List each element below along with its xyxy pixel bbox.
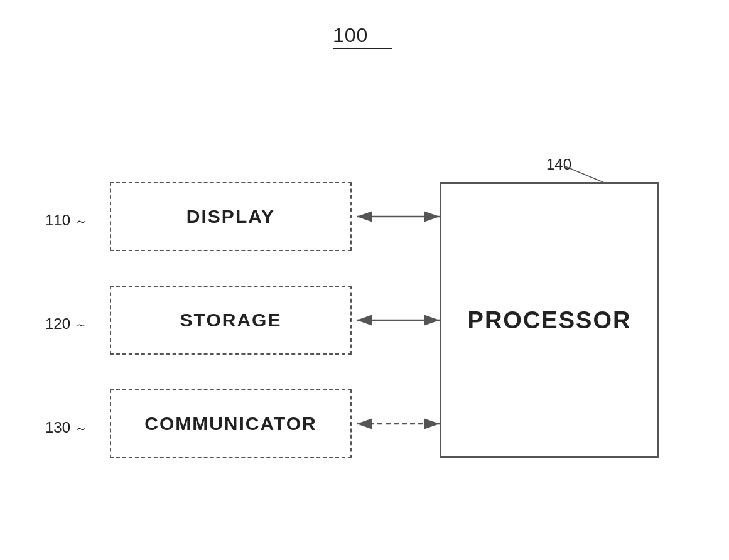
title-underline [333,48,392,49]
storage-box: STORAGE [110,286,352,355]
storage-label: STORAGE [180,310,282,331]
processor-box: PROCESSOR [440,182,659,458]
communicator-label: COMMUNICATOR [144,413,317,434]
ref-display: 110 ～ [45,212,87,230]
display-label: DISPLAY [186,206,275,227]
diagram-container: 100 110 ～ 120 ～ 130 ～ 140 DISPLAY STORAG… [0,0,729,560]
ref-communicator: 130 ～ [45,419,87,437]
diagram-title: 100 [333,24,368,47]
communicator-box: COMMUNICATOR [110,389,352,458]
processor-label: PROCESSOR [468,307,632,334]
ref-storage: 120 ～ [45,315,87,333]
display-box: DISPLAY [110,182,352,251]
ref-processor: 140 [546,156,571,173]
